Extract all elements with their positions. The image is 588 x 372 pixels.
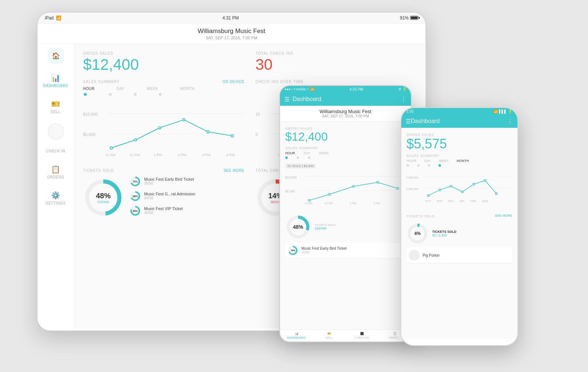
ios-tickets-info: TICKETS SOLD 95 / 2,400: [432, 230, 456, 237]
filter-month[interactable]: MONTH: [180, 87, 194, 91]
tablet-wifi-icon: 📶: [56, 15, 61, 21]
ios-dot-day: [417, 164, 420, 167]
android-event-header: Williamsburg Music Fest SAT, SEP 17, 201…: [280, 106, 411, 122]
on-device-link[interactable]: ON DEVICE: [222, 80, 244, 84]
stats-row: GROSS SALES $12,400 TOTAL CHECK INS 30: [83, 51, 417, 72]
ios-donut-section: 4% TICKETS SOLD 95 / 2,400: [406, 223, 512, 245]
tablet-header: Williamsburg Music Fest SAT, SEP 17, 201…: [37, 24, 426, 44]
ios-tickets-label-2: TICKETS SOLD: [432, 230, 456, 234]
android-content: GROSS SALES $12,400 SALES SUMMARY HOUR D…: [280, 122, 411, 333]
filter-hour[interactable]: HOUR: [83, 87, 94, 91]
gross-sales-label: GROSS SALES: [83, 51, 244, 55]
android-filter-hour[interactable]: HOUR: [285, 151, 295, 155]
svg-text:4 PM: 4 PM: [226, 152, 235, 156]
ios-status-bar: 1:55 📶 ▌▌▌ 🔋: [401, 108, 517, 115]
android-ticket-item: 70% Music Fest Early Bird Ticket 35/50: [285, 243, 406, 258]
see-more-link[interactable]: SEE MORE: [223, 169, 244, 173]
android-dot-week: [308, 156, 311, 159]
ios-tickets-header: TICKETS SOLD SEE MORE: [406, 212, 512, 220]
ios-filter-week[interactable]: WEEK: [439, 159, 449, 163]
svg-point-8: [207, 130, 209, 133]
ticket-list: 70% Music Fest Early Bird Ticket 35/50: [129, 176, 244, 220]
dot-day: [109, 93, 112, 96]
svg-text:2 PM: 2 PM: [178, 152, 186, 156]
svg-point-5: [134, 138, 137, 141]
ios-tickets-sold-title: TICKETS SOLD: [406, 214, 435, 218]
sidebar-checkin-label: CHECK IN: [46, 149, 65, 153]
android-time-filter: HOUR DAY WEEK: [285, 151, 406, 155]
ticket-item-1: 70% Music Fest Early Bird Ticket 35/50: [129, 176, 244, 187]
ios-see-more-link[interactable]: SEE MORE: [495, 214, 512, 217]
android-status-bar: ●●●○ T-Mobile ▿ 📶 4:26 PM ⚙ 🔋: [280, 86, 411, 93]
sidebar-item-dashboard[interactable]: 📊 DASHBOARD: [37, 68, 74, 94]
ios-filter-month[interactable]: MONTH: [457, 159, 469, 163]
svg-text:$10,000: $10,000: [83, 112, 98, 116]
android-donut-section: 48% TICKETS SOLD 219/460: [285, 214, 406, 240]
tickets-percentage: 48%: [96, 191, 111, 200]
svg-text:JAN: JAN: [459, 199, 465, 203]
android-nav-sell[interactable]: 🎫 SELL: [313, 332, 345, 339]
svg-text:3 PM: 3 PM: [202, 152, 211, 156]
android-nav-orders-icon: 📋: [393, 332, 397, 335]
android-tickets-count: 219/460: [315, 227, 336, 230]
tablet-event-date: SAT, SEP 17, 2016, 7:00 PM: [41, 36, 422, 40]
sales-chart-svg: $10,000 $5,000: [83, 102, 244, 161]
tablet-battery-icon: [410, 16, 418, 20]
tablet-device-name: iPad: [45, 15, 54, 21]
android-nav-dashboard[interactable]: 📊 DASHBOARD: [280, 332, 313, 339]
sidebar-item-sell[interactable]: 🎫 SELL: [37, 94, 74, 120]
ios-filter-day[interactable]: DAY: [424, 159, 431, 163]
svg-point-7: [183, 118, 185, 121]
ios-more-icon[interactable]: ⋮: [507, 118, 513, 125]
svg-point-53: [397, 187, 398, 189]
ticket-mini-donut-3: 80%: [129, 205, 141, 217]
android-gross-sales-value: $12,400: [285, 130, 406, 143]
android-dot-hour: [285, 156, 288, 159]
tablet-status-bar: iPad 📶 4:31 PM 91%: [37, 12, 426, 24]
android-filter-week[interactable]: WEEK: [319, 151, 329, 155]
android-nav-checkin-label: CHECK IN: [355, 336, 369, 339]
ios-filter-hour[interactable]: HOUR: [406, 159, 416, 163]
sidebar-item-orders[interactable]: 📋 ORDERS: [37, 159, 74, 185]
android-chart-tooltip: 52 SOLD | $3,950: [285, 163, 316, 169]
android-toolbar: ☰ Dashboard ⋮: [280, 93, 411, 106]
android-sales-summary-title: SALES SUMMARY: [285, 146, 406, 150]
svg-text:1 PM: 1 PM: [154, 152, 162, 156]
android-filter-day[interactable]: DAY: [304, 151, 311, 155]
svg-text:10: 10: [255, 112, 260, 116]
check-in-circle[interactable]: [48, 123, 64, 140]
android-nav-checkin[interactable]: ⬛ CHECK IN: [345, 332, 378, 339]
more-icon[interactable]: ⋮: [401, 96, 406, 103]
filter-day[interactable]: DAY: [116, 87, 124, 91]
total-checkins-value: 30: [255, 57, 417, 72]
ios-donut: 4%: [406, 223, 429, 245]
svg-text:12 PM: 12 PM: [129, 152, 140, 156]
checkins-over-time-title: CHECK INS OVER TIME: [255, 80, 417, 84]
svg-text:FEB: FEB: [471, 199, 476, 203]
ios-toolbar: ☰ Dashboard ⋮: [401, 115, 517, 128]
android-donut: 48%: [285, 214, 311, 240]
android-gross-sales-label: GROSS SALES: [285, 127, 406, 130]
svg-point-67: [439, 189, 441, 191]
sidebar-home-button[interactable]: 🏠: [48, 48, 64, 64]
ticket-name-2: Music Fest G...ral Admission: [144, 192, 195, 196]
tablet-event-title: Williamsburg Music Fest: [41, 28, 422, 35]
dashboard-icon: 📊: [51, 73, 60, 82]
ticket-count-1: 35/50: [144, 181, 194, 185]
sidebar-item-settings[interactable]: ⚙️ SETTINGS: [37, 185, 74, 211]
sidebar-item-checkin[interactable]: CHECK IN: [37, 143, 74, 159]
ios-time-filter: HOUR DAY WEEK MONTH: [406, 159, 512, 163]
sidebar-sell-label: SELL: [51, 110, 60, 114]
svg-text:1 PM: 1 PM: [349, 201, 356, 205]
ios-battery-icon: 🔋: [508, 109, 512, 113]
android-settings-icon: ⚙: [398, 87, 401, 91]
ios-wifi-icon: 📶: [494, 109, 498, 113]
filter-week[interactable]: WEEK: [147, 87, 158, 91]
hamburger-icon[interactable]: ☰: [284, 96, 290, 103]
sales-time-dots: [83, 93, 244, 96]
ios-hamburger-icon[interactable]: ☰: [406, 118, 411, 125]
ticket-item-3: 80% Music Fest VIP Ticket 40/50: [129, 205, 244, 217]
svg-point-50: [329, 193, 330, 195]
sidebar-orders-label: ORDERS: [47, 175, 64, 179]
svg-text:DEC: DEC: [448, 199, 453, 203]
